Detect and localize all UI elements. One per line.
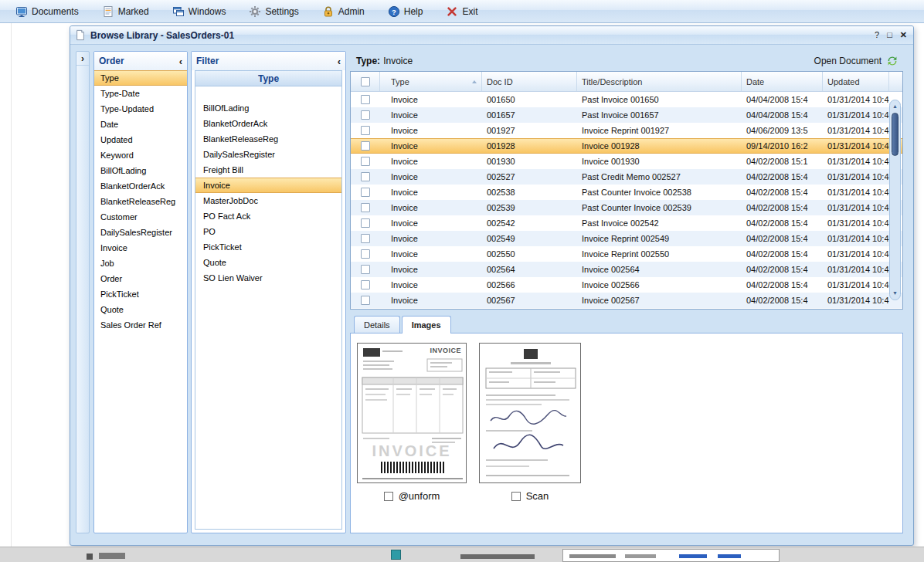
filter-item-invoice[interactable]: Invoice [195,178,341,193]
row-checkbox[interactable] [361,172,370,181]
filter-item-pickticket[interactable]: PickTicket [195,239,341,255]
row-checkbox[interactable] [361,265,370,274]
table-row[interactable]: Invoice002564Invoice 00256404/02/2008 15… [351,262,902,277]
order-item-sales-order-ref[interactable]: Sales Order Ref [94,317,187,333]
row-checkbox[interactable] [361,95,370,104]
column-header-doc-id[interactable]: Doc ID [482,72,577,91]
toolbar-button-documents[interactable]: Documents [9,2,85,21]
filter-item-po-fact-ack[interactable]: PO Fact Ack [195,208,341,224]
row-checkbox[interactable] [361,110,370,120]
table-row[interactable]: Invoice002527Past Credit Memo 00252704/0… [351,169,902,185]
cell-type: Invoice [380,249,482,259]
order-item-blanketreleasereg[interactable]: BlanketReleaseReg [94,194,187,209]
collapse-order-panel-button[interactable]: ‹ [179,56,182,67]
order-item-job[interactable]: Job [94,256,187,271]
row-checkbox[interactable] [361,296,370,305]
filter-item-po[interactable]: PO [195,224,341,239]
row-checkbox[interactable] [361,157,370,166]
table-row[interactable]: Invoice002566Invoice 00256604/02/2008 15… [351,277,902,293]
unform-image-column: INVOICE INVOICE @unform [357,343,467,502]
order-item-type-updated[interactable]: Type-Updated [94,101,187,117]
filter-item-billoflading[interactable]: BillOfLading [195,100,341,116]
row-checkbox[interactable] [361,126,370,135]
order-item-updated[interactable]: Updated [94,132,187,147]
toolbar-button-help[interactable]: ?Help [382,2,430,21]
scroll-up-button[interactable] [890,102,900,111]
order-item-customer[interactable]: Customer [94,209,187,225]
cell-date: 04/02/2008 15:4 [742,203,823,212]
order-item-invoice[interactable]: Invoice [94,240,187,256]
order-item-pickticket[interactable]: PickTicket [94,286,187,302]
window-titlebar[interactable]: Browse Library - SalesOrders-01 ? □ ✕ [70,26,913,45]
table-row[interactable]: Invoice002542Past Invoice 00254204/02/20… [351,215,902,231]
window-help-button[interactable]: ? [875,31,879,39]
row-checkbox[interactable] [361,234,370,243]
filter-item-freight-bill[interactable]: Freight Bill [195,162,341,178]
order-item-quote[interactable]: Quote [94,302,187,317]
filter-item-blanketreleasereg[interactable]: BlanketReleaseReg [195,131,341,147]
toolbar-button-windows[interactable]: Windows [166,2,233,21]
order-item-type-date[interactable]: Type-Date [94,86,187,101]
row-checkbox-cell [351,95,380,104]
column-header-date[interactable]: Date [742,72,823,91]
select-all-checkbox[interactable] [361,77,370,86]
row-checkbox[interactable] [361,203,370,212]
scan-thumbnail[interactable] [479,343,581,483]
table-row[interactable]: Invoice002567Invoice 00256704/02/2008 15… [351,293,902,308]
cell-date: 04/02/2008 15:4 [742,265,823,274]
unform-checkbox[interactable] [384,492,393,501]
settings-icon [249,5,261,18]
column-header-title-description[interactable]: Title/Description [577,72,742,91]
scroll-down-button[interactable] [890,289,900,298]
order-item-billoflading[interactable]: BillOfLading [94,163,187,178]
vertical-scrollbar[interactable] [889,100,901,300]
tab-images[interactable]: Images [402,316,451,333]
expand-panel-button[interactable]: › [76,52,89,66]
toolbar-button-settings[interactable]: Settings [243,2,304,21]
table-row[interactable]: Invoice001657Past Invoice 00165704/04/20… [351,107,902,123]
filter-item-masterjobdoc[interactable]: MasterJobDoc [195,193,341,208]
toolbar-button-marked[interactable]: Marked [96,2,155,21]
table-row[interactable]: Invoice002550Invoice Reprint 00255004/02… [351,246,902,262]
maximize-button[interactable]: □ [887,31,892,39]
order-item-blanketorderack[interactable]: BlanketOrderAck [94,178,187,194]
table-row[interactable]: Invoice001650Past Invoice 00165004/04/20… [351,92,902,107]
invoice-thumbnail[interactable]: INVOICE INVOICE [357,343,467,483]
scrollbar-thumb[interactable] [892,113,899,156]
row-checkbox[interactable] [361,141,370,151]
column-header-updated[interactable]: Updated [823,72,889,91]
order-item-order[interactable]: Order [94,271,187,286]
row-checkbox[interactable] [361,280,370,289]
filter-item-so-lien-waiver[interactable]: SO Lien Waiver [195,270,341,286]
background-window-fragment [391,550,401,560]
order-item-date[interactable]: Date [94,117,187,132]
close-button[interactable]: ✕ [900,31,907,39]
order-item-keyword[interactable]: Keyword [94,147,187,163]
open-document-button[interactable]: Open Document [814,55,899,67]
order-item-dailysalesregister[interactable]: DailySalesRegister [94,225,187,240]
refresh-icon[interactable] [886,55,899,67]
table-row[interactable]: Invoice001927Invoice Reprint 00192704/06… [351,123,902,138]
row-checkbox[interactable] [361,249,370,259]
filter-column-header[interactable]: Type [195,70,342,86]
filter-item-dailysalesregister[interactable]: DailySalesRegister [195,147,341,162]
table-row[interactable]: Invoice002549Invoice Reprint 00254904/02… [351,231,902,246]
table-row[interactable]: Invoice001930Invoice 00193004/02/2008 15… [351,154,902,169]
table-row[interactable]: Invoice001928Invoice 00192809/14/2010 16… [351,138,902,154]
table-row[interactable]: Invoice002539Past Counter Invoice 002539… [351,200,902,215]
tab-details[interactable]: Details [354,316,400,333]
column-header-type[interactable]: Type [380,72,482,91]
cell-updated: 01/31/2014 10:4 [823,203,889,212]
filter-panel-header: Filter ‹ [192,52,345,70]
collapse-filter-panel-button[interactable]: ‹ [338,56,341,67]
order-item-type[interactable]: Type [94,70,187,86]
table-row[interactable]: Invoice002538Past Counter Invoice 002538… [351,185,902,200]
filter-item-quote[interactable]: Quote [195,255,341,270]
toolbar-button-exit[interactable]: Exit [440,2,484,21]
scan-checkbox[interactable] [511,492,521,501]
toolbar-button-admin[interactable]: Admin [316,2,371,21]
filter-item-blanketorderack[interactable]: BlanketOrderAck [195,116,341,131]
cell-updated: 01/31/2014 10:4 [823,110,889,120]
row-checkbox[interactable] [361,188,370,197]
row-checkbox[interactable] [361,218,370,228]
